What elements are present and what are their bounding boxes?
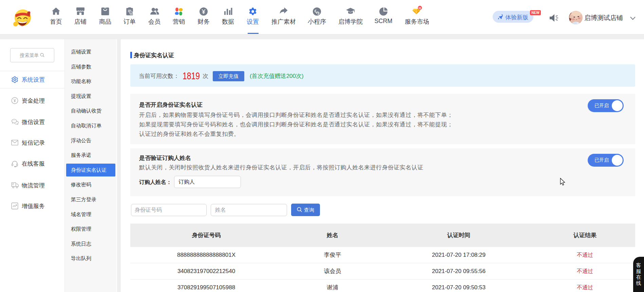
- svg-text:H: H: [419, 6, 421, 10]
